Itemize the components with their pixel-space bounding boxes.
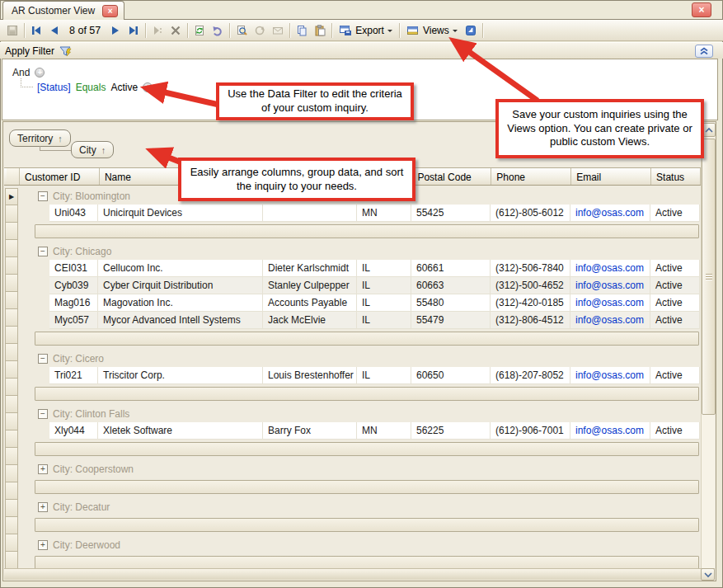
record-selector-cell[interactable]: [5, 448, 18, 465]
record-selector-cell[interactable]: [5, 482, 18, 500]
email-link[interactable]: info@osas.com: [570, 367, 650, 383]
record-selector-cell[interactable]: [5, 500, 18, 517]
expand-icon[interactable]: +: [38, 540, 48, 550]
group-by-territory-button[interactable]: Territory ↑: [9, 129, 71, 147]
record-selector-cell[interactable]: [5, 240, 18, 257]
group-connector-line: [40, 146, 71, 151]
table-row[interactable]: CEI031Cellucom Inc.Dieter KarlschmidtIL6…: [49, 260, 700, 277]
selector-header-cell: [7, 168, 20, 185]
condition-comparison[interactable]: Equals: [76, 82, 106, 93]
scroll-down-button[interactable]: [701, 568, 715, 581]
expand-icon[interactable]: +: [38, 502, 48, 512]
filter-operator-row: And +: [12, 67, 45, 78]
window-close-button[interactable]: ×: [692, 2, 711, 17]
record-selector-cell[interactable]: [5, 534, 18, 552]
group-header[interactable]: +City: Deerwood: [38, 537, 701, 553]
cell: (312)-500-4652: [491, 277, 570, 294]
refresh-button[interactable]: [190, 22, 209, 39]
record-selector-cell[interactable]: [5, 430, 18, 448]
record-selector-cell[interactable]: [5, 344, 18, 361]
print-preview-button[interactable]: [232, 22, 251, 39]
toolbar-separator: [331, 23, 332, 38]
cell: Louis Brestenhoffer: [263, 367, 357, 383]
record-selector-cell[interactable]: [5, 465, 18, 482]
filter-operator[interactable]: And: [12, 67, 30, 78]
cell: Tri021: [49, 367, 98, 383]
next-record-button[interactable]: [106, 22, 124, 39]
email-link[interactable]: info@osas.com: [570, 205, 650, 221]
group-by-city-button[interactable]: City ↑: [71, 141, 114, 158]
record-selector-cell[interactable]: ▶: [5, 188, 18, 205]
table-row[interactable]: Mag016Magovation Inc.Accounts PayableIL5…: [49, 294, 700, 312]
collapse-icon[interactable]: −: [38, 191, 48, 201]
record-selector-cell[interactable]: [5, 292, 18, 309]
undo-button[interactable]: [209, 22, 227, 39]
group-header[interactable]: +City: Decatur: [38, 499, 701, 515]
mail-button: [269, 22, 287, 39]
filter-condition-row: [Status] Equals Active ×: [37, 82, 153, 93]
record-selector-cell[interactable]: [5, 327, 18, 344]
export-dropdown-caret-icon[interactable]: [387, 30, 392, 35]
column-header[interactable]: Status: [651, 168, 701, 185]
views-button[interactable]: Views: [402, 22, 462, 39]
views-dropdown-caret-icon[interactable]: [453, 30, 458, 35]
collapse-icon[interactable]: −: [38, 354, 48, 364]
filter-collapse-button[interactable]: [695, 45, 713, 58]
table-row[interactable]: Myc057Mycor Advanced Intell SystemsJack …: [49, 312, 700, 329]
email-link[interactable]: info@osas.com: [570, 294, 650, 311]
copy-button[interactable]: [293, 22, 311, 39]
cell: Active: [650, 205, 700, 221]
record-selector-cell[interactable]: [5, 257, 18, 275]
table-row[interactable]: Uni043Unicirquit DevicesMN55425(612)-805…: [49, 205, 700, 222]
group-header[interactable]: +City: Cooperstown: [38, 461, 701, 477]
expand-icon[interactable]: +: [38, 464, 48, 474]
table-row[interactable]: Xly044Xletek SoftwareBarry FoxMN56225(61…: [49, 422, 700, 440]
email-link[interactable]: info@osas.com: [570, 312, 650, 328]
group-header[interactable]: −City: Chicago: [38, 243, 701, 260]
group-header[interactable]: −City: Clinton Falls: [38, 406, 701, 422]
vertical-scrollbar[interactable]: [701, 123, 715, 568]
record-selector-cell[interactable]: [5, 413, 18, 430]
last-record-button[interactable]: [124, 22, 143, 39]
group-header[interactable]: −City: Cicero: [38, 350, 701, 367]
email-link[interactable]: info@osas.com: [570, 260, 650, 276]
bottom-scroll-strip[interactable]: [4, 568, 715, 580]
record-selector-cell[interactable]: [5, 223, 18, 240]
delete-record-button[interactable]: [167, 22, 185, 39]
column-header[interactable]: Customer ID: [20, 168, 100, 185]
collapse-icon[interactable]: −: [38, 409, 48, 419]
condition-value[interactable]: Active: [110, 82, 138, 93]
record-selector-cell[interactable]: [5, 275, 18, 292]
tab-close-icon[interactable]: ×: [102, 5, 118, 17]
record-selector-cell[interactable]: [5, 309, 18, 327]
column-header[interactable]: Postal Code: [412, 168, 491, 185]
email-link[interactable]: info@osas.com: [570, 277, 650, 294]
email-link[interactable]: info@osas.com: [570, 422, 650, 439]
apply-filter-bar[interactable]: Apply Filter: [0, 42, 723, 59]
add-condition-icon[interactable]: +: [35, 68, 45, 78]
table-row[interactable]: Tri021Triscitor Corp.Louis Brestenhoffer…: [49, 367, 700, 384]
mail-icon: [272, 25, 284, 36]
column-header[interactable]: Email: [571, 168, 651, 185]
tab-ar-customer-view[interactable]: AR Customer View ×: [2, 1, 124, 20]
column-header[interactable]: Phone: [491, 168, 571, 185]
cell: Dieter Karlschmidt: [263, 260, 357, 276]
export-button[interactable]: Export: [335, 22, 397, 39]
process-button[interactable]: [462, 22, 480, 39]
record-selector-cell[interactable]: [5, 205, 18, 223]
first-record-button[interactable]: [27, 22, 45, 39]
record-selector-cell[interactable]: [5, 552, 18, 568]
record-selector-cell[interactable]: [5, 396, 18, 413]
record-selector-cell[interactable]: [5, 517, 18, 534]
record-selector-cell[interactable]: [5, 361, 18, 379]
table-row[interactable]: Cyb039Cyber Cirquit DistributionStanley …: [49, 277, 700, 294]
paste-button[interactable]: [311, 22, 329, 39]
condition-field[interactable]: [Status]: [37, 82, 71, 93]
record-selector-strip: ▶: [5, 188, 18, 568]
scrollbar-thumb[interactable]: [702, 139, 716, 415]
tab-title: AR Customer View: [12, 5, 95, 16]
record-selector-cell[interactable]: [5, 379, 18, 396]
remove-condition-icon[interactable]: ×: [143, 82, 153, 92]
previous-record-button[interactable]: [45, 22, 63, 39]
collapse-icon[interactable]: −: [38, 247, 48, 256]
